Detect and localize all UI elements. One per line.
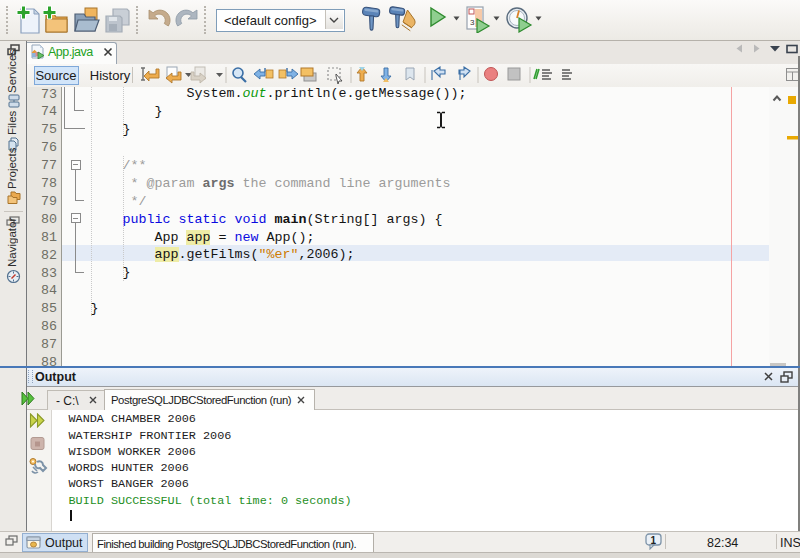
svg-text:3: 3 [470, 18, 475, 27]
svg-text:1: 1 [651, 535, 657, 546]
